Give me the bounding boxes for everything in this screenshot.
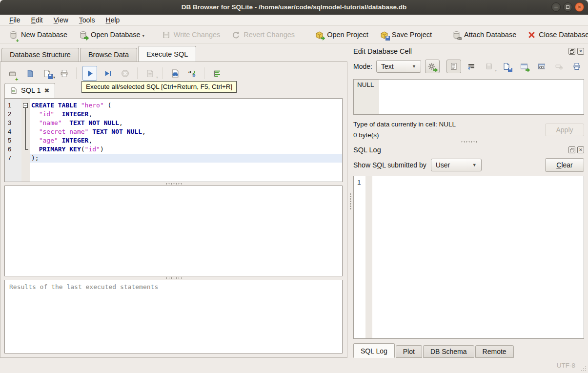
- menu-view[interactable]: View: [49, 15, 73, 25]
- tab-database-structure[interactable]: Database Structure: [1, 48, 79, 62]
- save-project-button[interactable]: Save Project: [376, 28, 436, 41]
- print-sql-button[interactable]: [58, 67, 70, 80]
- tab-browse-data[interactable]: Browse Data: [80, 48, 137, 62]
- execute-line-button[interactable]: [101, 67, 114, 80]
- main-tab-bar: Database Structure Browse Data Execute S…: [0, 44, 347, 62]
- horizontal-splitter[interactable]: [4, 276, 343, 280]
- editor-line[interactable]: 5 "age" INTEGER,: [5, 136, 342, 145]
- log-filter-select[interactable]: User ▼: [431, 159, 482, 171]
- format-sql-icon: [213, 69, 221, 78]
- float-panel-icon[interactable]: [568, 146, 575, 153]
- sql-toolbar: + ▾: [4, 64, 343, 82]
- attach-database-button[interactable]: Attach Database: [448, 28, 521, 41]
- open-project-button[interactable]: Open Project: [311, 28, 373, 41]
- clear-log-button[interactable]: Clear: [545, 158, 584, 172]
- sql-toolbar-separator: [162, 67, 162, 79]
- sql-log-title: SQL Log: [353, 146, 567, 154]
- attach-database-icon: [452, 31, 461, 39]
- word-wrap-button[interactable]: [464, 60, 479, 73]
- save-sql-file-button[interactable]: ▾: [41, 67, 53, 80]
- tab-execute-sql[interactable]: Execute SQL: [138, 46, 196, 62]
- open-sql-file-button[interactable]: [23, 67, 36, 80]
- auto-apply-button[interactable]: [425, 60, 440, 73]
- horizontal-splitter[interactable]: [4, 182, 343, 186]
- open-database-dropdown-icon[interactable]: ▾: [142, 34, 144, 38]
- format-sql-button[interactable]: [210, 67, 223, 80]
- tab-plot[interactable]: Plot: [396, 345, 422, 358]
- editor-line[interactable]: 3 "name" TEXT NOT NULL,: [5, 119, 342, 127]
- close-icon[interactable]: ✕: [575, 2, 584, 12]
- tab-sql-log[interactable]: SQL Log: [353, 343, 395, 358]
- menu-file[interactable]: File: [5, 15, 25, 25]
- fold-marker: [21, 136, 30, 145]
- stop-sql-button[interactable]: [119, 67, 131, 80]
- dock-tab-bar: SQL Log Plot DB Schema Remote: [353, 340, 584, 358]
- import-data-button[interactable]: ▾: [482, 60, 496, 73]
- revert-changes-button[interactable]: Revert Changes: [227, 28, 299, 41]
- execute-sql-page: + ▾: [0, 62, 347, 358]
- word-wrap-icon: [467, 62, 476, 71]
- replace-button[interactable]: ab: [185, 67, 198, 80]
- cell-value-editor[interactable]: NULL: [353, 79, 584, 115]
- link-icon: [538, 62, 546, 71]
- sql-editor[interactable]: 1−CREATE TABLE "hero" (2 "id" INTEGER,3 …: [4, 98, 343, 182]
- new-sql-tab-button[interactable]: +: [6, 67, 19, 80]
- export-window-icon: [520, 62, 528, 71]
- window-controls: ─ ✕: [551, 2, 584, 12]
- open-sql-file-icon: [26, 69, 34, 78]
- save-file-icon: [503, 62, 511, 71]
- find-button[interactable]: [168, 67, 181, 80]
- cell-edit-area[interactable]: [379, 80, 584, 114]
- print-cell-button[interactable]: [569, 60, 584, 73]
- export-data-button[interactable]: [499, 60, 514, 73]
- mode-select[interactable]: Text ▼: [376, 60, 421, 73]
- float-panel-icon[interactable]: [568, 48, 575, 55]
- minimize-icon[interactable]: ─: [551, 2, 561, 12]
- write-changes-button[interactable]: Write Changes: [158, 28, 225, 41]
- line-number: 7: [5, 154, 21, 163]
- cell-mode-row: Mode: Text ▼: [353, 57, 584, 76]
- status-bar: UTF-8: [0, 358, 588, 373]
- fold-marker: [21, 119, 30, 127]
- sql-editor-lines: 1−CREATE TABLE "hero" (2 "id" INTEGER,3 …: [5, 101, 342, 163]
- resize-grip-icon[interactable]: [580, 365, 587, 372]
- save-sql-dropdown-icon[interactable]: ▾: [53, 75, 55, 80]
- sql-toolbar-separator: [76, 67, 77, 79]
- maximize-icon[interactable]: [563, 2, 572, 12]
- open-database-button[interactable]: Open Database ▾: [75, 28, 149, 41]
- new-database-button[interactable]: + New Database: [5, 28, 72, 41]
- text-mode-button[interactable]: [446, 60, 461, 73]
- save-results-button[interactable]: ▾: [143, 67, 156, 80]
- fold-marker: [21, 145, 30, 154]
- editor-line[interactable]: 1−CREATE TABLE "hero" (: [5, 101, 342, 110]
- dock-splitter[interactable]: [353, 139, 584, 145]
- editor-line[interactable]: 7);: [5, 154, 342, 163]
- menu-edit[interactable]: Edit: [27, 15, 47, 25]
- menu-tools[interactable]: Tools: [75, 15, 100, 25]
- editor-line[interactable]: 4 "secret_name" TEXT NOT NULL,: [5, 127, 342, 136]
- sql-file-tab[interactable]: SQL 1 ✖: [4, 83, 55, 98]
- menu-help[interactable]: Help: [101, 15, 124, 25]
- execute-sql-button[interactable]: [82, 66, 97, 81]
- fold-marker[interactable]: −: [21, 101, 30, 110]
- editor-line[interactable]: 2 "id" INTEGER,: [5, 110, 342, 119]
- mode-label: Mode:: [353, 62, 372, 70]
- close-database-button[interactable]: Close Database: [524, 28, 588, 41]
- copy-link-button[interactable]: [534, 60, 549, 73]
- log-filter-label: Show SQL submitted by: [353, 161, 426, 169]
- tab-remote[interactable]: Remote: [475, 345, 514, 358]
- set-null-button[interactable]: [552, 60, 567, 73]
- vertical-splitter[interactable]: [347, 44, 353, 358]
- import-dropdown-icon: ▾: [495, 68, 497, 73]
- editor-line[interactable]: 6 PRIMARY KEY("id"): [5, 145, 342, 154]
- window-title: DB Browser for SQLite - /home/user/code/…: [0, 3, 588, 11]
- code-text: );: [30, 154, 342, 163]
- tab-db-schema[interactable]: DB Schema: [423, 345, 474, 358]
- sql-tab-close-icon[interactable]: ✖: [44, 87, 50, 94]
- close-panel-icon[interactable]: ✕: [577, 146, 584, 153]
- sql-log-lines: 1: [354, 178, 584, 187]
- apply-button[interactable]: Apply: [545, 124, 584, 136]
- close-panel-icon[interactable]: ✕: [577, 48, 584, 55]
- open-in-app-button[interactable]: [517, 60, 531, 73]
- gear-icon: [428, 62, 436, 71]
